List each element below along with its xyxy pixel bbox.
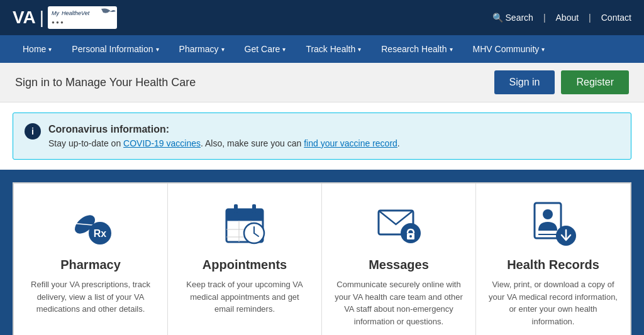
pharmacy-card-title: Pharmacy (60, 258, 121, 272)
main-nav: Home ▾ Personal Information ▾ Pharmacy ▾… (0, 35, 644, 63)
chevron-down-icon: ▾ (358, 46, 361, 53)
messages-card: Messages Communicate securely online wit… (322, 184, 476, 335)
header-nav: 🔍 Search | About | Contact (492, 13, 631, 23)
alert-banner: i Coronavirus information: Stay up-to-da… (13, 113, 631, 160)
search-link[interactable]: 🔍 Search (492, 13, 533, 23)
svg-point-25 (409, 235, 412, 238)
signin-buttons: Sign in Register (494, 70, 630, 94)
about-link[interactable]: About (556, 13, 579, 23)
health-records-card-description: View, print, or download a copy of your … (489, 278, 618, 327)
messages-icon (374, 199, 424, 249)
nav-trackhealth-label: Track Health (306, 44, 355, 54)
nav-getcare-label: Get Care (245, 44, 280, 54)
register-button[interactable]: Register (561, 70, 629, 94)
nav-item-personal-information[interactable]: Personal Information ▾ (62, 35, 169, 63)
nav-item-mhv-community[interactable]: MHV Community ▾ (463, 35, 555, 63)
cards-section: Rx Pharmacy Refill your VA prescriptions… (0, 170, 644, 335)
chevron-down-icon: ▾ (156, 46, 159, 53)
svg-rect-10 (226, 209, 263, 221)
health-records-icon (528, 199, 579, 249)
appointments-card-description: Keep track of your upcoming VA medical a… (180, 278, 309, 316)
svg-text:My: My (52, 10, 59, 16)
nav-item-get-care[interactable]: Get Care ▾ (235, 35, 296, 63)
search-icon: 🔍 (492, 13, 503, 23)
contact-link[interactable]: Contact (601, 13, 631, 23)
svg-rect-13 (252, 204, 256, 213)
nav-divider-2: | (589, 13, 591, 23)
about-label: About (556, 13, 579, 23)
nav-pharmacy-label: Pharmacy (179, 44, 219, 54)
appointments-icon (219, 199, 270, 249)
nav-personal-label: Personal Information (72, 44, 153, 54)
messages-card-title: Messages (369, 258, 429, 272)
alert-text-middle: . Also, make sure you can (201, 138, 304, 148)
nav-home-label: Home (23, 44, 46, 54)
contact-label: Contact (601, 13, 631, 23)
chevron-down-icon: ▾ (282, 46, 286, 53)
signin-button[interactable]: Sign in (494, 70, 555, 94)
svg-point-27 (543, 209, 553, 219)
va-logo-text: VA (13, 8, 36, 28)
chevron-down-icon: ▾ (221, 46, 225, 53)
signin-bar: Sign in to Manage Your Health Care Sign … (0, 63, 644, 102)
appointments-card: Appointments Keep track of your upcoming… (168, 184, 322, 335)
alert-text-before: Stay up-to-date on (48, 138, 123, 148)
alert-content: Coronavirus information: Stay up-to-date… (48, 122, 400, 150)
cards-grid: Rx Pharmacy Refill your VA prescriptions… (13, 182, 631, 335)
nav-item-research-health[interactable]: Research Health ▾ (371, 35, 462, 63)
pharmacy-icon-svg: Rx (67, 200, 114, 248)
svg-text:HealtheVet: HealtheVet (62, 10, 90, 16)
health-records-card: Health Records View, print, or download … (476, 184, 630, 335)
site-header: VA | My HealtheVet ● ● ● 🔍 Search | Abou… (0, 0, 644, 35)
svg-rect-12 (234, 204, 238, 213)
mhv-logo-svg: My HealtheVet ● ● ● (48, 6, 117, 29)
svg-text:● ● ●: ● ● ● (52, 19, 64, 25)
signin-bar-text: Sign in to Manage Your Health Care (15, 76, 196, 89)
messages-card-description: Communicate securely online with your VA… (335, 278, 463, 327)
appointments-icon-svg (221, 200, 269, 248)
chevron-down-icon: ▾ (48, 46, 52, 53)
nav-item-track-health[interactable]: Track Health ▾ (296, 35, 371, 63)
mhv-logo: My HealtheVet ● ● ● (48, 6, 117, 29)
pharmacy-card-description: Refill your VA prescriptions, track deli… (26, 278, 155, 316)
nav-divider-1: | (543, 13, 546, 23)
svg-text:Rx: Rx (93, 228, 106, 239)
messages-icon-svg (375, 200, 423, 248)
logo-area: VA | My HealtheVet ● ● ● (13, 6, 117, 29)
nav-researchhealth-label: Research Health (381, 44, 447, 54)
pharmacy-card: Rx Pharmacy Refill your VA prescriptions… (14, 184, 168, 335)
pharmacy-icon: Rx (65, 199, 116, 249)
chevron-down-icon: ▾ (541, 46, 545, 53)
nav-community-label: MHV Community (473, 44, 540, 54)
appointments-card-title: Appointments (203, 258, 287, 272)
health-records-icon-svg (530, 200, 577, 248)
nav-item-pharmacy[interactable]: Pharmacy ▾ (169, 35, 235, 63)
nav-item-home[interactable]: Home ▾ (13, 35, 62, 63)
logo-divider: | (40, 8, 44, 28)
search-label: Search (506, 13, 533, 23)
alert-text-after: . (397, 138, 400, 148)
health-records-card-title: Health Records (507, 258, 599, 272)
info-icon: i (25, 123, 41, 140)
alert-title: Coronavirus information: (48, 124, 169, 135)
chevron-down-icon: ▾ (450, 46, 453, 53)
covid-vaccines-link[interactable]: COVID-19 vaccines (123, 138, 201, 148)
vaccine-record-link[interactable]: find your vaccine record (304, 138, 397, 148)
